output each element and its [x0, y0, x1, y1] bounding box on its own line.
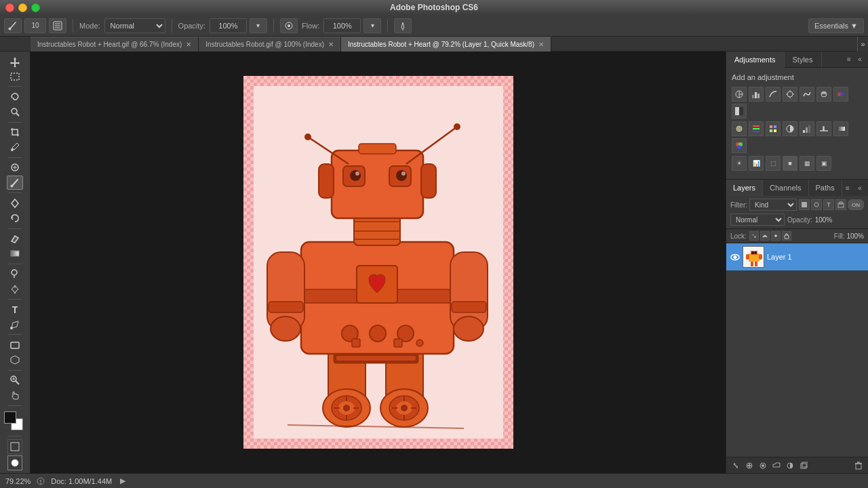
flow-options[interactable]: ▾ — [363, 18, 381, 33]
eyedropper-tool[interactable] — [7, 140, 23, 155]
filter-adj-icon[interactable] — [811, 199, 822, 210]
levels-icon[interactable] — [749, 87, 764, 102]
zoom-tool[interactable] — [7, 373, 23, 388]
3d-tool[interactable] — [7, 353, 23, 367]
filter-type-icon[interactable]: T — [823, 199, 834, 210]
move-tool[interactable] — [7, 54, 23, 68]
opacity-input[interactable] — [210, 18, 247, 33]
quick-mask-mode[interactable] — [7, 455, 22, 470]
opacity-options[interactable]: ▾ — [250, 18, 267, 33]
maximize-button[interactable] — [31, 3, 40, 12]
bw-icon[interactable] — [732, 104, 747, 119]
brush-options-btn[interactable] — [49, 18, 66, 33]
bright-contrast-2-icon[interactable]: ☀ — [732, 156, 747, 171]
type-tool[interactable]: T — [7, 302, 23, 317]
photo-filter-icon[interactable] — [732, 121, 747, 136]
lasso-tool[interactable] — [7, 89, 23, 104]
mode-select[interactable]: Normal — [104, 18, 165, 33]
selective-color-icon[interactable] — [732, 138, 747, 153]
delete-layer-icon[interactable] — [853, 460, 864, 471]
gradient-map-icon[interactable] — [833, 121, 848, 136]
posterize-icon[interactable] — [800, 121, 814, 136]
new-group-icon[interactable] — [771, 460, 782, 471]
pen-tool[interactable] — [7, 282, 23, 296]
clone-stamp-tool[interactable] — [7, 196, 23, 210]
gradient-tool[interactable] — [7, 247, 23, 261]
brush-tool-btn[interactable] — [4, 18, 22, 33]
flow-input[interactable] — [323, 18, 361, 33]
airbrush-btn[interactable] — [280, 18, 298, 33]
tab-1-close[interactable]: ✕ — [186, 41, 191, 48]
tab-2-close[interactable]: ✕ — [328, 41, 334, 48]
essentials-button[interactable]: Essentials ▼ — [808, 18, 864, 33]
paths-tab[interactable]: Paths — [809, 180, 842, 196]
shape-tool[interactable] — [7, 338, 23, 352]
filter-smart-icon[interactable] — [835, 199, 846, 210]
hue-sat-icon[interactable] — [816, 87, 831, 102]
lock-position-icon[interactable] — [771, 231, 781, 241]
channels-tab[interactable]: Channels — [763, 180, 808, 196]
standard-mode[interactable] — [7, 439, 22, 454]
status-warning-icon[interactable] — [36, 476, 45, 486]
healing-tool[interactable] — [7, 161, 23, 175]
dodge-tool[interactable] — [7, 267, 23, 281]
pattern-fill-icon[interactable]: ▣ — [816, 156, 831, 171]
filter-on-toggle[interactable]: ON — [848, 199, 864, 210]
layers-collapse-icon[interactable]: « — [854, 182, 865, 193]
tab-collapse[interactable]: » — [857, 37, 868, 52]
quick-select-tool[interactable] — [7, 104, 23, 119]
tab-3[interactable]: Instructables Robot + Heart @ 79.2% (Lay… — [341, 37, 551, 52]
filter-pixel-icon[interactable] — [799, 199, 810, 210]
add-layer-style-icon[interactable] — [744, 460, 755, 471]
new-adjustment-icon[interactable] — [785, 460, 795, 471]
history-brush-tool[interactable] — [7, 211, 23, 225]
blend-mode-select[interactable]: Normal — [730, 214, 785, 226]
exposure-icon[interactable] — [783, 87, 797, 102]
lock-transparent-icon[interactable] — [749, 231, 759, 241]
colorbalance-icon[interactable] — [833, 87, 848, 102]
channel-mixer-icon[interactable] — [749, 121, 764, 136]
panel-collapse-icon[interactable]: « — [854, 54, 865, 65]
crop-tool[interactable] — [7, 125, 23, 140]
styles-tab[interactable]: Styles — [785, 52, 822, 68]
pattern-icon[interactable]: ⬚ — [766, 156, 781, 171]
svg-point-116 — [814, 203, 818, 207]
foreground-color[interactable] — [4, 411, 16, 424]
invert-icon[interactable] — [783, 121, 797, 136]
panel-options-icon[interactable]: ≡ — [844, 54, 854, 65]
brush-tool-left[interactable] — [7, 176, 23, 190]
tab-1[interactable]: Instructables Robot + Heart.gif @ 66.7% … — [31, 37, 199, 52]
new-layer-icon[interactable] — [798, 460, 809, 471]
close-button[interactable] — [5, 3, 14, 12]
layers-tab-icons: ≡ « — [842, 180, 868, 196]
status-arrow[interactable]: ▶ — [120, 476, 125, 485]
filter-select[interactable]: Kind — [749, 199, 797, 211]
path-select-tool[interactable] — [7, 317, 23, 331]
sep — [8, 122, 22, 123]
levels-2-icon[interactable]: 📊 — [749, 156, 764, 171]
tab-3-close[interactable]: ✕ — [538, 41, 544, 48]
layer-visibility-icon[interactable] — [730, 252, 740, 262]
colorlookup-icon[interactable] — [766, 121, 781, 136]
adjustments-tab[interactable]: Adjustments — [726, 52, 785, 68]
layer-1-item[interactable]: Layer 1 — [726, 243, 868, 270]
hand-tool[interactable] — [7, 388, 23, 403]
add-mask-icon[interactable] — [757, 460, 768, 471]
brush-size-btn[interactable]: 10 — [24, 18, 46, 33]
tab-2[interactable]: Instructables Robot.gif @ 100% (Index) ✕ — [199, 37, 341, 52]
lock-image-icon[interactable] — [760, 231, 770, 241]
lock-all-icon[interactable] — [782, 231, 791, 241]
eraser-tool[interactable] — [7, 232, 23, 246]
layers-tab[interactable]: Layers — [726, 180, 763, 196]
layers-options-icon[interactable]: ≡ — [842, 182, 853, 193]
stylus-btn[interactable] — [394, 18, 412, 33]
minimize-button[interactable] — [18, 3, 27, 12]
threshold-icon[interactable] — [816, 121, 831, 136]
solid-color-icon[interactable]: ■ — [783, 156, 797, 171]
curves-icon[interactable] — [766, 87, 781, 102]
gradient-fill-icon[interactable]: ▦ — [800, 156, 814, 171]
vibrance-icon[interactable] — [800, 87, 814, 102]
link-layers-icon[interactable] — [730, 460, 741, 471]
brightness-contrast-icon[interactable] — [732, 87, 747, 102]
marquee-tool[interactable] — [7, 69, 23, 83]
